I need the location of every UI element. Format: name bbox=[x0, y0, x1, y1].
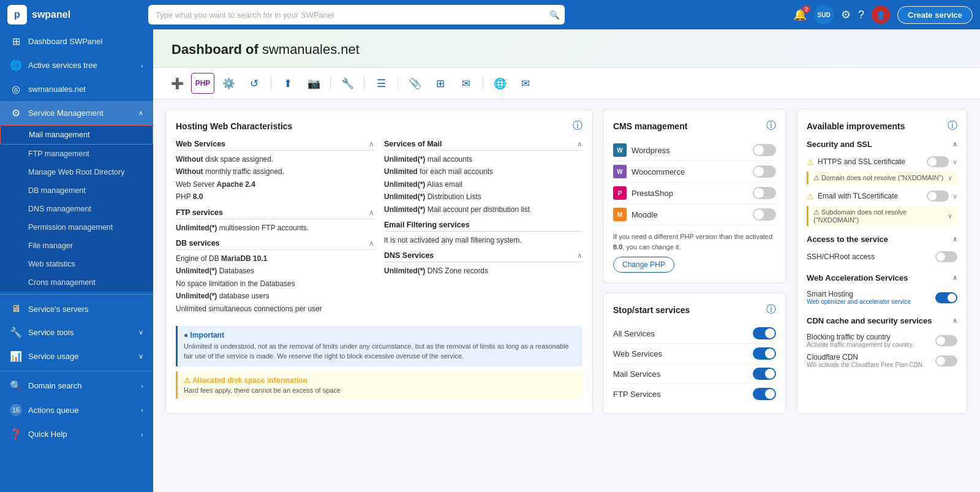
sidebar-sub-crons-management[interactable]: Crons management bbox=[0, 273, 153, 292]
mail-services-stop-toggle[interactable] bbox=[753, 368, 776, 380]
cloudflare-cdn-row: Cloudflare CDN Will activate the Cloudfl… bbox=[807, 350, 957, 371]
moodle-toggle[interactable] bbox=[753, 208, 776, 221]
cms-wordpress-name: W Wordpress bbox=[613, 143, 670, 157]
ssh-toggle[interactable] bbox=[935, 251, 957, 262]
dns-services-collapse[interactable]: ∧ bbox=[577, 251, 582, 260]
create-service-button[interactable]: Create service bbox=[897, 6, 973, 24]
https-dropdown[interactable]: ∨ bbox=[952, 158, 957, 166]
toolbar-email-button[interactable]: ✉ bbox=[514, 73, 537, 94]
sidebar-item-dashboard[interactable]: ⊞ Dashboard SWPanel bbox=[0, 29, 153, 53]
sidebar-item-service-tools[interactable]: 🔧 Service tools ∨ bbox=[0, 320, 153, 344]
toolbar-pin-button[interactable]: 📎 bbox=[403, 73, 426, 94]
stop-start-info-button[interactable]: ⓘ bbox=[766, 303, 776, 316]
security-collapse[interactable]: ∧ bbox=[952, 140, 957, 148]
sidebar-sub-file-manager[interactable]: File manager bbox=[0, 237, 153, 255]
nxdomain1-dropdown[interactable]: ∨ bbox=[948, 174, 952, 182]
db-services-collapse[interactable]: ∧ bbox=[369, 239, 374, 248]
web-services-stop-label: Web Services bbox=[613, 349, 662, 358]
toolbar-settings-button[interactable]: ⚙️ bbox=[217, 73, 240, 94]
nxdomain-warning-2: ⚠ Subdomain does not resolve ("NXDOMAIN"… bbox=[807, 206, 957, 226]
sidebar-sub-manage-web-root[interactable]: Manage Web Root Directory bbox=[0, 163, 153, 181]
sidebar-item-domain-search[interactable]: 🔍 Domain search › bbox=[0, 374, 153, 398]
sidebar-item-quick-help[interactable]: ❓ Quick Help › bbox=[0, 422, 153, 446]
mail-services-collapse[interactable]: ∧ bbox=[577, 140, 582, 148]
avatar[interactable]: 👤 bbox=[872, 6, 890, 24]
sidebar-item-swmanuales[interactable]: ◎ swmanuales.net bbox=[0, 77, 153, 101]
cdn-title: CDN cache and security services ∧ bbox=[807, 316, 957, 325]
sidebar-item-actions-queue[interactable]: 16 Actions queue › bbox=[0, 398, 153, 422]
sidebar-sub-web-statistics[interactable]: Web statistics bbox=[0, 255, 153, 273]
woocommerce-toggle[interactable] bbox=[753, 165, 776, 178]
help-button[interactable]: ? bbox=[858, 9, 864, 21]
blocking-traffic-text: Blocking traffic by country Activate tra… bbox=[807, 333, 914, 348]
toolbar-message-button[interactable]: ✉ bbox=[454, 73, 478, 94]
sidebar-item-service-usage[interactable]: 📊 Service usage ∨ bbox=[0, 344, 153, 368]
toolbar-add-button[interactable]: ➕ bbox=[165, 73, 189, 94]
toolbar-refresh-button[interactable]: ↺ bbox=[243, 73, 266, 94]
ftp-services-collapse[interactable]: ∧ bbox=[369, 208, 374, 217]
toolbar-list-button[interactable]: ☰ bbox=[369, 73, 393, 94]
toolbar-php-button[interactable]: PHP bbox=[191, 73, 214, 94]
cdn-collapse[interactable]: ∧ bbox=[952, 317, 957, 325]
dns-services-row-0: Unlimited(*) DNS Zone records bbox=[384, 265, 582, 277]
db-services-title: DB services bbox=[176, 239, 220, 248]
change-php-button[interactable]: Change PHP bbox=[613, 257, 674, 273]
dns-services-section: DNS Services ∧ Unlimited(*) DNS Zone rec… bbox=[384, 251, 582, 277]
db-services-row-1: Unlimited(*) Databases bbox=[176, 265, 374, 277]
notifications-badge: 2 bbox=[802, 6, 810, 13]
support-button[interactable]: SUD bbox=[814, 5, 834, 25]
sidebar-sub-dns-management[interactable]: DNS management bbox=[0, 200, 153, 218]
ftp-services-row-0: Unlimited(*) multisession FTP accounts. bbox=[176, 222, 374, 234]
sidebar-item-active-services-tree[interactable]: 🌐 Active services tree › bbox=[0, 53, 153, 77]
toolbar-upload-button[interactable]: ⬆ bbox=[276, 73, 300, 94]
access-collapse[interactable]: ∧ bbox=[952, 235, 957, 243]
improvements-info-button[interactable]: ⓘ bbox=[948, 119, 957, 132]
woocommerce-logo: W bbox=[613, 165, 627, 178]
web-services-stop-toggle[interactable] bbox=[753, 347, 776, 360]
sidebar-item-services-servers[interactable]: 🖥 Service's servers bbox=[0, 297, 153, 320]
email-tls-label: ⚠ Email with TLScertificate bbox=[807, 192, 898, 201]
important-text: Unlimited is understood, not as the remo… bbox=[184, 341, 576, 361]
https-ssl-toggle[interactable] bbox=[927, 156, 949, 167]
nxdomain2-dropdown[interactable]: ∨ bbox=[948, 212, 952, 220]
web-accel-collapse[interactable]: ∧ bbox=[952, 274, 957, 282]
layout: ⊞ Dashboard SWPanel 🌐 Active services tr… bbox=[0, 29, 980, 492]
notifications-button[interactable]: 🔔 2 bbox=[793, 8, 807, 21]
tree-chevron: › bbox=[141, 62, 143, 69]
toolbar-tools-button[interactable]: 🔧 bbox=[336, 73, 359, 94]
web-services-collapse[interactable]: ∧ bbox=[369, 140, 374, 148]
sidebar-sub-ftp-management[interactable]: FTP management bbox=[0, 145, 153, 163]
all-services-toggle[interactable] bbox=[753, 327, 776, 339]
cms-note: If you need a different PHP version than… bbox=[613, 232, 776, 252]
cloudflare-toggle[interactable] bbox=[935, 355, 957, 366]
sidebar-item-service-management[interactable]: ⚙ Service Management ∧ bbox=[0, 101, 153, 125]
stop-start-row-all: All Services bbox=[613, 324, 776, 344]
toolbar-sep-5 bbox=[483, 76, 483, 91]
sidebar-sub-db-management[interactable]: DB management bbox=[0, 181, 153, 200]
warning-title: ⚠ Allocated disk space information bbox=[184, 376, 576, 385]
prestashop-toggle[interactable] bbox=[753, 187, 776, 199]
smart-hosting-toggle[interactable] bbox=[935, 292, 957, 303]
hosting-info-button[interactable]: ⓘ bbox=[573, 119, 582, 132]
cms-info-button[interactable]: ⓘ bbox=[766, 119, 776, 132]
quick-help-icon: ❓ bbox=[10, 428, 22, 440]
sidebar-sub-permission-management[interactable]: Permission management bbox=[0, 218, 153, 237]
toolbar-snapshot-button[interactable]: 📷 bbox=[302, 73, 325, 94]
settings-button[interactable]: ⚙ bbox=[841, 8, 851, 21]
blocking-traffic-toggle[interactable] bbox=[935, 335, 957, 346]
wordpress-toggle[interactable] bbox=[753, 144, 776, 156]
email-tls-dropdown[interactable]: ∨ bbox=[952, 192, 957, 200]
toolbar-globe-button[interactable]: 🌐 bbox=[488, 73, 511, 94]
search-container: 🔍 bbox=[148, 5, 565, 25]
search-icon-button[interactable]: 🔍 bbox=[549, 10, 560, 20]
email-filtering-section: Email Filtering services It is not activ… bbox=[384, 221, 582, 246]
domain-icon: ◎ bbox=[10, 83, 22, 95]
mail-services-row-0: Unlimited(*) mail accounts bbox=[384, 153, 582, 165]
ftp-services-stop-toggle[interactable] bbox=[753, 388, 776, 400]
email-tls-toggle[interactable] bbox=[927, 191, 949, 202]
search-input[interactable] bbox=[148, 5, 565, 25]
toolbar-grid-button[interactable]: ⊞ bbox=[429, 73, 452, 94]
db-services-section: DB services ∧ Engine of DB MariaDB 10.1 … bbox=[176, 239, 374, 315]
domain-search-chevron: › bbox=[141, 382, 143, 390]
sidebar-sub-mail-management[interactable]: Mail management bbox=[0, 125, 153, 145]
